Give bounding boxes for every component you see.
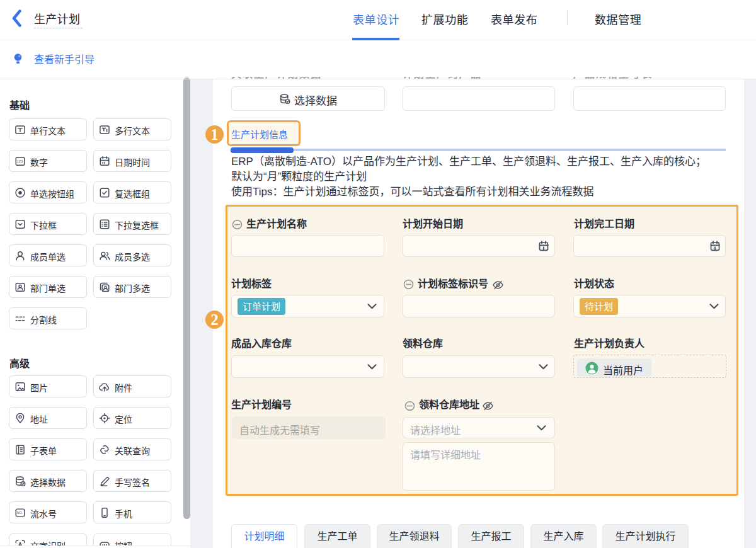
- svg-text:123: 123: [16, 159, 23, 163]
- svg-text:NO.: NO.: [17, 511, 23, 515]
